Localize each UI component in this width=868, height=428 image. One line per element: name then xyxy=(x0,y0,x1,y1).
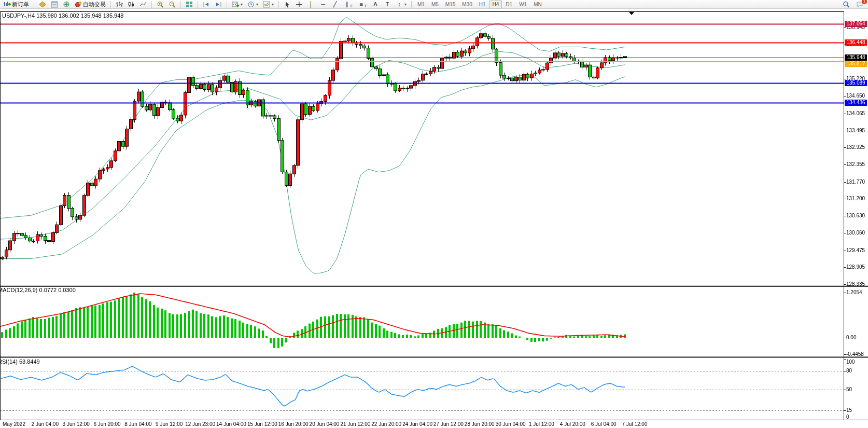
horizontal-line-tool-button[interactable]: ─ xyxy=(317,1,329,8)
data-window-button[interactable] xyxy=(49,1,60,8)
toolbar-separator xyxy=(151,1,152,8)
periods-button[interactable]: ▾ xyxy=(245,1,260,8)
price-tick-label: 132.925 xyxy=(846,144,865,150)
fibo-icon: ≡ xyxy=(358,1,365,8)
toolbar-group-draw: │─╱∥E≡FAT↕▾ xyxy=(282,1,409,8)
price-tick-label: 129.475 xyxy=(846,247,865,253)
price-tick-label: 128.905 xyxy=(846,264,865,270)
candle-chart-button[interactable] xyxy=(125,1,137,8)
chart-shift-icon xyxy=(215,1,222,8)
timeframe-button-m15[interactable]: M15 xyxy=(442,1,458,8)
chart-shift-button[interactable] xyxy=(213,1,224,8)
line-glyph-icon xyxy=(139,1,147,8)
time-tick-label: 6 Jul 04:00 xyxy=(591,421,617,427)
time-tick-label: 20 Jun 04:00 xyxy=(310,421,340,427)
new-chart-icon xyxy=(232,1,239,8)
fibo-letter: F xyxy=(365,4,367,8)
timeframe-button-h4[interactable]: H4 xyxy=(489,1,502,8)
time-tick-label: 28 Jun 20:00 xyxy=(465,421,495,427)
bars-glyph-icon xyxy=(116,1,123,8)
price-level-badge: 137.064 xyxy=(845,21,867,27)
timeframe-button-w1[interactable]: W1 xyxy=(516,1,530,8)
notifications-button[interactable]: 1 xyxy=(854,1,865,8)
timeframe-button-mn[interactable]: MN xyxy=(530,1,545,8)
market-watch-button[interactable] xyxy=(37,1,48,8)
toolbar-separator xyxy=(227,1,227,8)
price-tick-label: 134.650 xyxy=(846,93,865,99)
price-tick-label: 130.630 xyxy=(846,213,865,218)
price-level-badge: 135.817 xyxy=(845,61,867,67)
toolbar-group-chart-types xyxy=(114,1,149,8)
new-order-button[interactable]: 新订单 xyxy=(2,1,31,8)
time-tick-label: 30 Jun 04:00 xyxy=(496,421,526,427)
toolbar-group-panels: 自动交易 xyxy=(37,1,108,8)
line-chart-button[interactable] xyxy=(137,1,149,8)
timeframe-toolbar: M1M5M15M30H1H4D1W1MN xyxy=(414,1,545,8)
templates-button[interactable]: ▾ xyxy=(261,1,276,8)
vline-icon: │ xyxy=(307,1,315,8)
chevron-down-icon: ▾ xyxy=(404,2,407,7)
price-tick-label: 130.060 xyxy=(846,230,865,236)
vertical-line-tool-button[interactable]: │ xyxy=(305,1,317,8)
timeframe-button-m1[interactable]: M1 xyxy=(414,1,428,8)
auto-scroll-icon xyxy=(203,1,210,8)
zoom-out-button[interactable] xyxy=(166,1,178,8)
trend-icon: ╱ xyxy=(331,1,339,8)
channel-tool-button[interactable]: ∥E xyxy=(341,1,355,8)
toolbar-right: 1 xyxy=(841,1,866,8)
zoom-in-button[interactable] xyxy=(155,1,166,8)
timeframe-button-d1[interactable]: D1 xyxy=(502,1,515,8)
fibonacci-tool-button[interactable]: ≡F xyxy=(356,1,369,8)
new-chart-button[interactable]: ▾ xyxy=(230,1,245,8)
price-tick-label: 132.355 xyxy=(846,161,865,167)
auto-scroll-button[interactable] xyxy=(201,1,212,8)
timeframe-button-m30[interactable]: M30 xyxy=(459,1,475,8)
label-tool-button[interactable]: T xyxy=(382,1,393,8)
new-order-button-label: 新订单 xyxy=(12,1,29,8)
autotrading-button[interactable]: 自动交易 xyxy=(73,1,108,8)
bar-chart-button[interactable] xyxy=(114,1,125,8)
time-tick-label: 16 Jun 20:00 xyxy=(278,421,309,427)
time-tick-label: 14 Jun 04:00 xyxy=(216,421,246,427)
chart-canvas[interactable] xyxy=(0,0,868,428)
timeframe-button-m5[interactable]: M5 xyxy=(428,1,442,8)
time-tick-label: 6 Jun 20:00 xyxy=(93,421,120,427)
toolbar-separator xyxy=(198,1,198,8)
chevron-down-icon: ▾ xyxy=(241,2,243,7)
cursor-tool-button[interactable] xyxy=(282,1,293,8)
toolbar-separator xyxy=(180,1,181,8)
trendline-tool-button[interactable]: ╱ xyxy=(329,1,341,8)
text-tool-button[interactable]: A xyxy=(370,1,381,8)
timeframe-button-h1[interactable]: H1 xyxy=(476,1,489,8)
macd-indicator-label: MACD(12,26,9) 0.0772 0.0300 xyxy=(0,287,76,293)
label-icon: T xyxy=(384,1,391,8)
time-tick-label: 22 Jun 20:00 xyxy=(371,421,401,427)
price-tick-label: 128.335 xyxy=(846,281,865,287)
template-chart-icon xyxy=(263,1,270,8)
tiles-icon xyxy=(186,1,193,8)
arrows-icon: ↕ xyxy=(396,1,403,8)
signals-button[interactable] xyxy=(61,1,72,8)
macd-scale-label: 1.2054 xyxy=(846,289,862,295)
search-button[interactable] xyxy=(841,1,852,8)
price-tick-label: 134.065 xyxy=(846,111,865,116)
price-level-badge: 136.448 xyxy=(845,39,867,46)
time-tick-label: 7 Jul 12:00 xyxy=(622,421,648,427)
autotrading-icon xyxy=(75,1,82,8)
cursor-icon xyxy=(284,1,291,8)
text-icon: A xyxy=(372,1,379,8)
time-tick-label: 1 Jul 12:00 xyxy=(529,421,554,427)
crosshair-tool-button[interactable] xyxy=(293,1,305,8)
price-level-badge: 135.089 xyxy=(845,80,867,86)
toolbar-separator xyxy=(110,1,111,8)
hline-icon: ─ xyxy=(319,1,327,8)
time-tick-label: 8 Jun 04:00 xyxy=(124,421,151,427)
trading-terminal-window: { "toolbar": { "groups": [ {"name":"orde… xyxy=(0,0,868,428)
chevron-down-icon: ▾ xyxy=(272,2,274,7)
rsi-scale-label: 0 xyxy=(846,414,849,420)
tile-windows-button[interactable] xyxy=(184,1,195,8)
candles-glyph-icon xyxy=(128,1,135,8)
arrows-tool-button[interactable]: ↕▾ xyxy=(394,1,409,8)
chevron-down-icon: ▾ xyxy=(256,2,258,7)
price-tick-label: 133.495 xyxy=(846,128,865,133)
